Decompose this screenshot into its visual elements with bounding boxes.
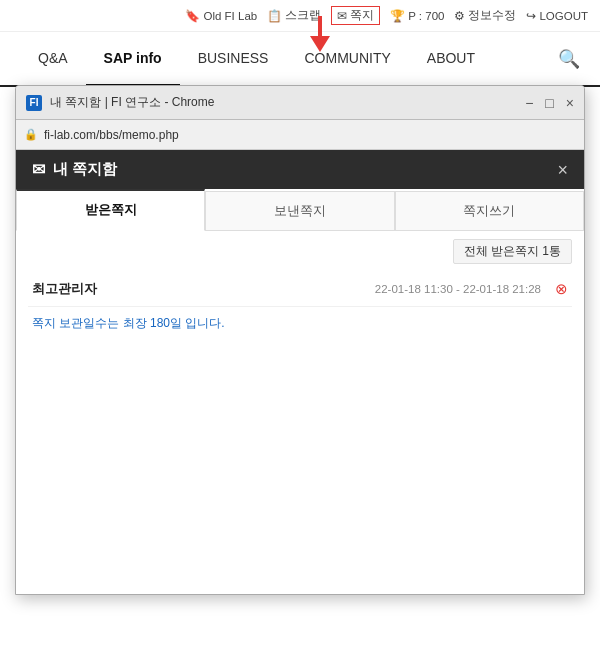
envelope-icon: ✉ [32,160,45,179]
old-fi-lab-link[interactable]: 🔖 Old FI Lab [185,9,257,23]
logout-label: LOGOUT [539,10,588,22]
nav-item-community[interactable]: COMMUNITY [286,32,408,87]
points-label: P : 700 [408,10,444,22]
site-topbar: 🔖 Old FI Lab 📋 스크랩 ✉ 쪽지 🏆 P : 700 ⚙ 정보수정… [0,0,600,32]
browser-favicon: FI [26,95,42,111]
tab-sent-label: 보낸쪽지 [274,203,326,218]
memo-content: 전체 받은쪽지 1통 최고관리자 22-01-18 11:30 - 22-01-… [16,231,584,348]
arrow-shaft [318,16,322,36]
tab-received[interactable]: 받은쪽지 [16,189,205,231]
browser-titlebar: FI 내 쪽지함 | FI 연구소 - Chrome − □ × [16,86,584,120]
browser-tab-title: 내 쪽지함 | FI 연구소 - Chrome [50,94,517,111]
nav-item-about[interactable]: ABOUT [409,32,493,87]
count-badge: 전체 받은쪽지 1통 [453,239,572,264]
memo-header: ✉ 내 쪽지함 × [16,150,584,189]
nav-item-sap-info[interactable]: SAP info [86,32,180,87]
nav-item-qa[interactable]: Q&A [20,32,86,87]
memo-title-text: 내 쪽지함 [53,160,117,179]
tab-sent[interactable]: 보낸쪽지 [205,191,394,230]
memo-icon: ✉ [337,9,347,23]
browser-controls: − □ × [525,96,574,110]
nav-qa-label: Q&A [38,50,68,66]
memo-info-label: 쪽지 보관일수는 최장 180일 입니다. [32,316,225,330]
profile-edit-link[interactable]: ⚙ 정보수정 [454,8,516,23]
browser-window: FI 내 쪽지함 | FI 연구소 - Chrome − □ × 🔒 fi-la… [15,85,585,595]
message-row[interactable]: 최고관리자 22-01-18 11:30 - 22-01-18 21:28 ⊗ [28,272,572,307]
nav-business-label: BUSINESS [198,50,269,66]
memo-header-title: ✉ 내 쪽지함 [32,160,117,179]
points-link[interactable]: 🏆 P : 700 [390,9,444,23]
memo-label: 쪽지 [350,8,374,23]
message-delete-button[interactable]: ⊗ [555,280,568,298]
browser-content[interactable]: ✉ 내 쪽지함 × 받은쪽지 보낸쪽지 쪽지쓰기 [16,150,584,594]
bookmark-icon: 🔖 [185,9,200,23]
memo-tabs: 받은쪽지 보낸쪽지 쪽지쓰기 [16,189,584,231]
profile-edit-label: 정보수정 [468,8,516,23]
scrap-icon: 📋 [267,9,282,23]
minimize-button[interactable]: − [525,96,533,110]
nav-about-label: ABOUT [427,50,475,66]
site-navigation: Q&A SAP info BUSINESS COMMUNITY ABOUT 🔍 [0,32,600,87]
memo-close-button[interactable]: × [557,161,568,179]
arrow-head [310,36,330,52]
logout-icon: ↪ [526,9,536,23]
nav-item-business[interactable]: BUSINESS [180,32,287,87]
favicon-text: FI [30,97,39,108]
nav-sap-info-label: SAP info [104,50,162,66]
website-background: 🔖 Old FI Lab 📋 스크랩 ✉ 쪽지 🏆 P : 700 ⚙ 정보수정… [0,0,600,647]
lock-icon: 🔒 [24,128,38,141]
address-text: fi-lab.com/bbs/memo.php [44,128,179,142]
memo-link[interactable]: ✉ 쪽지 [331,6,380,25]
message-date: 22-01-18 11:30 - 22-01-18 21:28 [375,283,541,295]
close-button[interactable]: × [566,96,574,110]
memo-panel: ✉ 내 쪽지함 × 받은쪽지 보낸쪽지 쪽지쓰기 [16,150,584,348]
old-fi-lab-label: Old FI Lab [203,10,257,22]
memo-info-text: 쪽지 보관일수는 최장 180일 입니다. [28,307,572,340]
browser-addressbar: 🔒 fi-lab.com/bbs/memo.php [16,120,584,150]
arrow-indicator [310,18,330,52]
tab-write[interactable]: 쪽지쓰기 [395,191,584,230]
nav-community-label: COMMUNITY [304,50,390,66]
maximize-button[interactable]: □ [545,96,553,110]
tab-received-label: 받은쪽지 [85,202,137,217]
tab-write-label: 쪽지쓰기 [463,203,515,218]
points-icon: 🏆 [390,9,405,23]
count-row: 전체 받은쪽지 1통 [28,239,572,264]
logout-link[interactable]: ↪ LOGOUT [526,9,588,23]
nav-search-button[interactable]: 🔍 [558,48,580,70]
message-sender: 최고관리자 [32,280,112,298]
gear-icon: ⚙ [454,9,465,23]
